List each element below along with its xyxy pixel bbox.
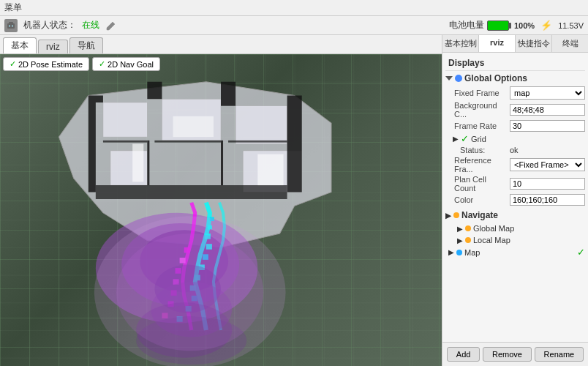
svg-point-2 (9, 25, 10, 26)
grid-label: Grid (471, 135, 486, 143)
ref-frame-value: <Fixed Frame> (510, 158, 585, 171)
svg-rect-17 (221, 141, 223, 185)
battery-section: 电池电量 100% (449, 19, 535, 31)
battery-percent: 100% (514, 21, 535, 30)
svg-rect-20 (228, 141, 287, 143)
global-map-triangle: ▶ (457, 225, 463, 233)
bg-color-row: Background C... (451, 100, 585, 119)
navigate-header: ▶ Navigate (445, 208, 585, 223)
pose-check-icon: ✓ (10, 59, 16, 69)
svg-marker-15 (96, 185, 287, 199)
ref-frame-select[interactable]: <Fixed Frame> (510, 158, 585, 171)
robot-icon (4, 19, 18, 32)
global-options-triangle (445, 76, 453, 81)
right-content: Displays Global Options Fixed Frame map (442, 53, 588, 342)
fixed-frame-select[interactable]: map (510, 86, 585, 100)
frame-rate-row: Frame Rate (451, 119, 585, 132)
remove-button[interactable]: Remove (483, 347, 532, 362)
svg-point-3 (12, 25, 13, 26)
tab-rviz-right[interactable]: rviz (479, 35, 516, 52)
map-row: ▶ Map ✓ (445, 246, 585, 258)
status-value: ok (510, 146, 585, 154)
frame-rate-input[interactable] (510, 120, 585, 132)
global-options-header: Global Options (445, 71, 585, 86)
left-tabs-bar: 基本 rviz 导航 (0, 35, 442, 54)
frame-rate-label: Frame Rate (451, 122, 510, 130)
tab-basic[interactable]: 基本 (3, 37, 37, 53)
add-button[interactable]: Add (447, 347, 480, 362)
action-buttons: ✓ 2D Pose Estimate ✓ 2D Nav Goal (3, 57, 160, 71)
tab-rviz[interactable]: rviz (38, 40, 68, 53)
svg-rect-48 (132, 144, 143, 182)
bg-color-label: Background C... (451, 101, 510, 119)
status-label: Status: (451, 146, 510, 154)
global-map-header: ▶ Global Map (445, 223, 585, 234)
grid-check: ✓ (461, 133, 469, 144)
bg-color-input[interactable] (510, 104, 585, 116)
displays-header: Displays (445, 56, 585, 71)
menu-bar: 菜单 (0, 0, 588, 16)
map-label: Map (464, 248, 480, 257)
nav-goal-button[interactable]: ✓ 2D Nav Goal (92, 57, 160, 71)
global-options-label: Global Options (464, 73, 527, 83)
svg-point-47 (116, 234, 263, 351)
color-value (510, 194, 585, 206)
color-label: Color (451, 195, 510, 204)
map-svg (0, 54, 442, 366)
svg-rect-49 (173, 116, 214, 137)
navigate-icon (453, 212, 459, 218)
svg-rect-0 (7, 23, 15, 29)
tab-basic-control[interactable]: 基本控制 (442, 35, 479, 52)
color-input[interactable] (510, 194, 585, 206)
local-map-icon (465, 237, 471, 243)
tab-navigation[interactable]: 导航 (69, 37, 103, 53)
bottom-buttons: Add Remove Rename (442, 342, 588, 366)
fixed-frame-value: map (510, 86, 585, 100)
grid-row: ▶ ✓ Grid (451, 132, 585, 145)
ref-frame-row: Reference Fra... <Fixed Frame> (451, 155, 585, 174)
navigate-triangle: ▶ (445, 212, 451, 220)
map-check: ✓ (577, 247, 585, 258)
svg-rect-6 (103, 102, 147, 137)
robot-status-value: 在线 (82, 19, 99, 31)
toolbar: 机器人状态： 在线 电池电量 100% ⚡ 11.53V (0, 16, 588, 35)
fixed-frame-row: Fixed Frame map (451, 86, 585, 100)
battery-label: 电池电量 (449, 19, 484, 31)
plan-cell-count-input[interactable] (510, 178, 585, 190)
battery-tip (509, 23, 511, 29)
3d-canvas (0, 54, 442, 366)
nav-check-icon: ✓ (99, 59, 105, 69)
global-options-content: Fixed Frame map Background C... (445, 86, 585, 206)
svg-marker-12 (147, 82, 162, 100)
battery-bar (487, 20, 509, 31)
power-icon: ⚡ (540, 20, 552, 31)
frame-rate-value (510, 120, 585, 132)
ref-frame-label: Reference Fra... (451, 156, 510, 173)
map-triangle: ▶ (448, 248, 454, 256)
edit-icon (105, 20, 117, 31)
tab-shortcuts[interactable]: 快捷指令 (516, 35, 552, 52)
plan-cell-count-row: Plan Cell Count (451, 174, 585, 193)
tab-terminal[interactable]: 终端 (552, 35, 588, 52)
rename-button[interactable]: Rename (535, 347, 584, 362)
svg-rect-50 (257, 154, 283, 185)
color-row: Color (451, 193, 585, 206)
global-map-icon (465, 225, 471, 231)
local-map-header: ▶ Local Map (445, 234, 585, 246)
bg-color-value (510, 104, 585, 116)
robot-status-label: 机器人状态： (23, 19, 76, 31)
main-area: 基本 rviz 导航 ✓ 2D Pose Estimate ✓ 2D Nav G… (0, 35, 588, 366)
svg-rect-18 (103, 141, 147, 143)
right-panel: 基本控制 rviz 快捷指令 终端 Displays Global Option… (442, 35, 588, 366)
svg-marker-14 (287, 96, 302, 193)
pose-estimate-button[interactable]: ✓ 2D Pose Estimate (3, 57, 89, 71)
3d-view: ✓ 2D Pose Estimate ✓ 2D Nav Goal (0, 54, 442, 366)
menu-item-main[interactable]: 菜单 (4, 1, 22, 14)
local-map-label: Local Map (473, 236, 510, 244)
svg-rect-1 (9, 22, 13, 24)
navigate-label: Navigate (461, 210, 498, 220)
fixed-frame-label: Fixed Frame (451, 89, 510, 97)
global-options-icon (455, 75, 462, 82)
svg-rect-8 (235, 106, 287, 144)
svg-rect-19 (154, 141, 221, 143)
